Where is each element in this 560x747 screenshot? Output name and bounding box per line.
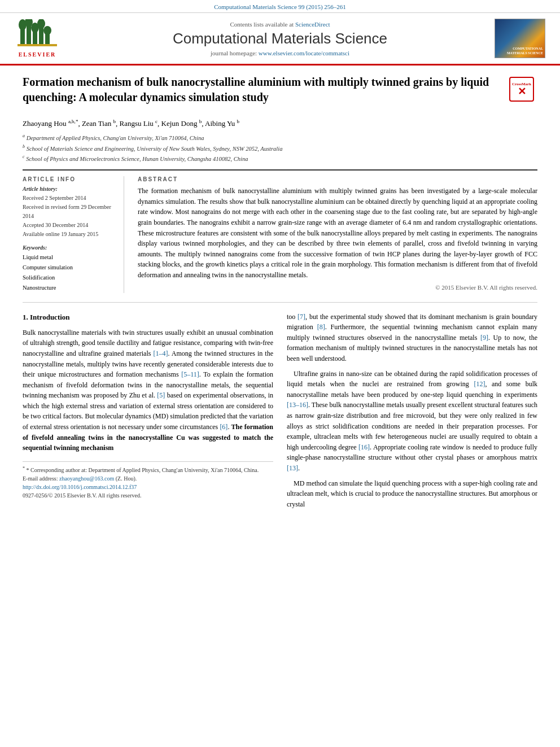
crossmark-cross-symbol: ✕	[518, 86, 526, 97]
intro-para-3: Ultrafine grains in nano-size can be obt…	[287, 369, 537, 474]
section-divider	[23, 302, 537, 303]
svg-rect-10	[18, 44, 57, 46]
ref-5-11[interactable]: [5–11]	[181, 370, 199, 378]
available-online-date: Available online 19 January 2015	[23, 230, 115, 239]
body-two-col: 1. Introduction Bulk nanocrystalline mat…	[23, 312, 537, 514]
crossmark-badge[interactable]: CrossMark ✕	[509, 77, 537, 102]
ref-7[interactable]: [7]	[298, 313, 305, 321]
introduction-heading: 1. Introduction	[23, 312, 273, 323]
journal-header-center: Contents lists available at ScienceDirec…	[71, 21, 489, 56]
abstract-text: The formation mechanism of bulk nanocrys…	[138, 186, 537, 280]
article-info-panel: ARTICLE INFO Article history: Received 2…	[23, 176, 124, 292]
email-link[interactable]: zhaoyanghou@163.com	[59, 475, 114, 482]
received-date: Received 2 September 2014	[23, 194, 115, 203]
journal-homepage-link[interactable]: www.elsevier.com/locate/commatsci	[259, 50, 349, 56]
doi-link[interactable]: http://dx.doi.org/10.1016/j.commatsci.20…	[23, 484, 137, 490]
article-title-container: Formation mechanism of bulk nanocrystall…	[23, 75, 500, 111]
article-history-label: Article history:	[23, 186, 115, 192]
intro-para-4: MD method can simulate the liquid quench…	[287, 478, 537, 510]
affiliation-b: b School of Materials Science and Engine…	[23, 143, 537, 154]
abstract-section: ABSTRACT The formation mechanism of bulk…	[138, 176, 537, 292]
keyword-2: Computer simulation	[23, 263, 115, 273]
doi-line: http://dx.doi.org/10.1016/j.commatsci.20…	[23, 483, 273, 491]
keyword-1: Liquid metal	[23, 252, 115, 263]
footnote-section: * * Corresponding author at: Department …	[23, 461, 273, 500]
accepted-date: Accepted 30 December 2014	[23, 221, 115, 230]
journal-homepage: journal homepage: www.elsevier.com/locat…	[71, 50, 489, 56]
article-title-section: Formation mechanism of bulk nanocrystall…	[23, 75, 537, 111]
sciencedirect-line: Contents lists available at ScienceDirec…	[71, 21, 489, 28]
received-revised-date: Received in revised form 29 December 201…	[23, 203, 115, 221]
ref-13[interactable]: [13]	[287, 464, 298, 472]
abstract-label: ABSTRACT	[138, 176, 537, 182]
elsevier-logo-container: ELSEVIER	[9, 19, 65, 58]
authors-line: Zhaoyang Hou a,b,*, Zean Tian b, Rangsu …	[23, 119, 537, 128]
journal-cover-image: COMPUTATIONAL MATERIALS SCIENCE	[495, 19, 545, 58]
journal-cover-container: COMPUTATIONAL MATERIALS SCIENCE	[495, 19, 551, 58]
article-info-label: ARTICLE INFO	[23, 176, 115, 182]
intro-para-1: Bulk nanocrystalline materials with twin…	[23, 327, 273, 453]
journal-title: Computational Materials Science	[71, 30, 489, 47]
article-info-abstract-section: ARTICLE INFO Article history: Received 2…	[23, 169, 537, 292]
article-history: Article history: Received 2 September 20…	[23, 186, 115, 239]
email-note: E-mail address: zhaoyanghou@163.com (Z. …	[23, 474, 273, 483]
body-left-col: 1. Introduction Bulk nanocrystalline mat…	[23, 312, 273, 514]
issn-line: 0927-0256/© 2015 Elsevier B.V. All right…	[23, 491, 273, 500]
ref-5[interactable]: [5]	[157, 391, 165, 399]
intro-para-2: too [7], but the experimental study show…	[287, 312, 537, 364]
ref-13-16[interactable]: [13–16]	[287, 401, 308, 409]
ref-12[interactable]: [12]	[474, 380, 485, 388]
crossmark-icon[interactable]: CrossMark ✕	[509, 77, 534, 102]
keyword-4: Nanostructure	[23, 283, 115, 293]
body-right-col: too [7], but the experimental study show…	[287, 312, 537, 514]
elsevier-tree-icon	[18, 19, 57, 50]
main-content: Formation mechanism of bulk nanocrystall…	[0, 65, 560, 525]
affiliation-a: a Department of Applied Physics, Chang'a…	[23, 133, 537, 143]
journal-header: ELSEVIER Contents lists available at Sci…	[0, 12, 560, 65]
elsevier-logo: ELSEVIER	[9, 19, 65, 58]
keywords-label: Keywords:	[23, 244, 115, 251]
article-title: Formation mechanism of bulk nanocrystall…	[23, 75, 500, 105]
sciencedirect-link[interactable]: ScienceDirect	[295, 21, 330, 28]
elsevier-text: ELSEVIER	[19, 51, 56, 58]
ref-8[interactable]: [8]	[317, 323, 325, 331]
affiliations: a Department of Applied Physics, Chang'a…	[23, 133, 537, 164]
ref-1-4[interactable]: [1–4]	[153, 350, 168, 357]
ref-16[interactable]: [16]	[358, 443, 370, 451]
svg-point-9	[43, 26, 51, 35]
bold-text-formation: The formation of fivefold annealing twin…	[23, 423, 273, 452]
authors-text: Zhaoyang Hou a,b,*, Zean Tian b, Rangsu …	[23, 119, 239, 128]
keywords-section: Keywords: Liquid metal Computer simulati…	[23, 244, 115, 292]
keyword-3: Solidification	[23, 273, 115, 283]
copyright-line: © 2015 Elsevier B.V. All rights reserved…	[138, 284, 537, 291]
ref-6[interactable]: [6]	[220, 423, 228, 431]
journal-reference-banner: Computational Materials Science 99 (2015…	[0, 0, 560, 12]
ref-9[interactable]: [9]	[480, 334, 488, 342]
journal-ref-text: Computational Materials Science 99 (2015…	[214, 3, 346, 10]
cover-text: COMPUTATIONAL MATERIALS SCIENCE	[497, 47, 543, 56]
corresponding-author-note: * * Corresponding author at: Department …	[23, 465, 273, 474]
affiliation-c: c School of Physics and Microelectronics…	[23, 154, 537, 164]
